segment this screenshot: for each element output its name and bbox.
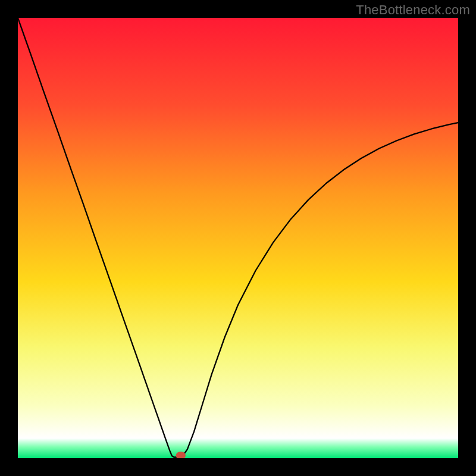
watermark-text: TheBottleneck.com	[356, 2, 470, 18]
gradient-background	[18, 18, 458, 458]
plot-area	[18, 18, 458, 458]
chart-frame: TheBottleneck.com	[0, 0, 476, 476]
bottleneck-chart	[18, 18, 458, 458]
